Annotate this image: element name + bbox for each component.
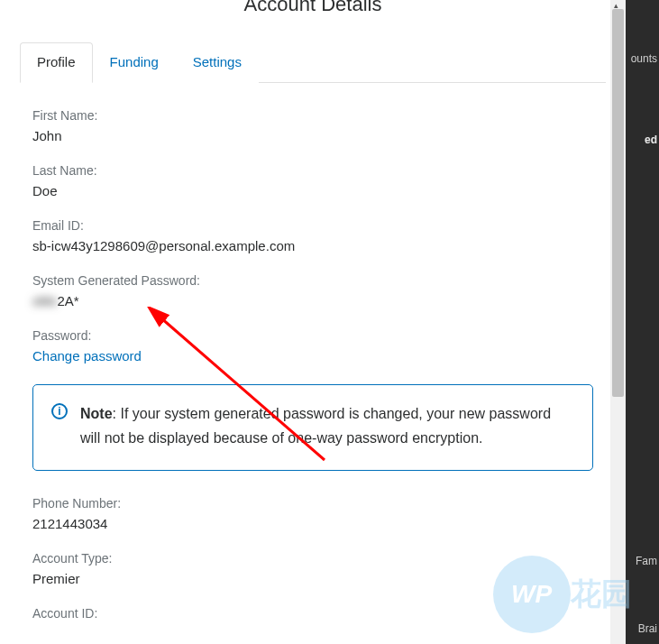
- tab-settings[interactable]: Settings: [176, 42, 259, 83]
- background-app-strip: ounts ed Fam Brai: [623, 0, 659, 644]
- field-last-name: Last Name: Doe: [32, 163, 593, 198]
- password-masked-part: xMv: [32, 293, 58, 308]
- scrollbar-thumb[interactable]: [612, 9, 624, 397]
- label-account-type: Account Type:: [32, 551, 593, 566]
- field-first-name: First Name: John: [32, 108, 593, 143]
- value-first-name: John: [32, 128, 593, 143]
- note-body: : If your system generated password is c…: [80, 406, 551, 446]
- label-last-name: Last Name:: [32, 163, 593, 178]
- value-last-name: Doe: [32, 183, 593, 198]
- scrollbar-track[interactable]: ▴: [610, 0, 626, 644]
- password-visible-part: 2A*: [58, 293, 79, 308]
- label-account-id: Account ID:: [32, 606, 593, 621]
- page-title: Account Details: [0, 0, 626, 16]
- value-system-password: xMv2A*: [32, 293, 593, 308]
- tab-bar: Profile Funding Settings: [20, 41, 606, 83]
- info-icon: i: [51, 403, 68, 419]
- bg-text: ounts: [631, 52, 657, 65]
- field-password: Password: Change password: [32, 328, 593, 364]
- tab-funding[interactable]: Funding: [93, 42, 176, 83]
- account-details-modal: ▴ Account Details Profile Funding Settin…: [0, 0, 626, 644]
- value-account-type: Premier: [32, 571, 593, 586]
- bg-text: Fam: [636, 555, 657, 567]
- label-system-password: System Generated Password:: [32, 273, 593, 288]
- field-phone: Phone Number: 2121443034: [32, 496, 593, 531]
- note-bold: Note: [80, 406, 113, 421]
- label-phone: Phone Number:: [32, 496, 593, 511]
- value-email-id: sb-icw43y1298609@personal.example.com: [32, 238, 593, 253]
- field-account-type: Account Type: Premier: [32, 551, 593, 586]
- field-system-password: System Generated Password: xMv2A*: [32, 273, 593, 308]
- bg-text: Brai: [638, 622, 657, 635]
- field-account-id: Account ID:: [32, 606, 593, 621]
- bg-text: ed: [645, 133, 657, 146]
- label-email-id: Email ID:: [32, 218, 593, 233]
- note-text: Note: If your system generated password …: [80, 401, 574, 450]
- tab-profile[interactable]: Profile: [20, 42, 93, 83]
- value-phone: 2121443034: [32, 516, 593, 531]
- change-password-link[interactable]: Change password: [32, 348, 142, 363]
- label-password: Password:: [32, 328, 593, 343]
- field-email-id: Email ID: sb-icw43y1298609@personal.exam…: [32, 218, 593, 253]
- note-box: i Note: If your system generated passwor…: [32, 384, 593, 471]
- label-first-name: First Name:: [32, 108, 593, 123]
